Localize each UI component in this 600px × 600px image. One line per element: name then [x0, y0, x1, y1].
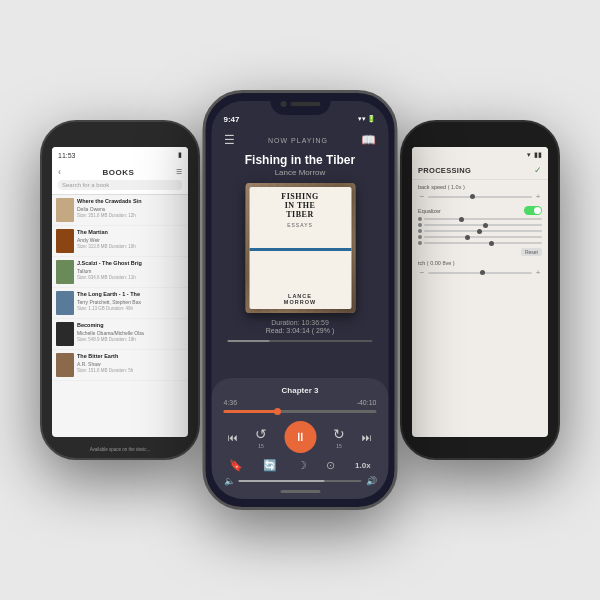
cover-stripe [249, 248, 351, 251]
search-bar[interactable]: Search for a book [58, 180, 182, 190]
repeat-button[interactable]: 🔄 [263, 459, 277, 472]
center-menu-icon[interactable]: ☰ [224, 133, 235, 147]
speed-slider-row: − + [418, 192, 542, 201]
center-book-icon[interactable]: 📖 [361, 133, 376, 147]
center-book-author: Lance Morrow [212, 168, 389, 177]
cover-book-title-text: FISHINGIN THETIBER [281, 193, 318, 219]
list-item[interactable]: Where the Crawdads Sin Delia Owens Size:… [52, 195, 188, 226]
speed-minus-icon[interactable]: − [418, 192, 426, 201]
eq-dot-4 [418, 235, 422, 239]
book-author-4: Terry Pratchett, Stephen Bax [77, 299, 184, 305]
eq-dot-3 [418, 229, 422, 233]
settings-content: back speed ( 1.0x ) − + Equalizer [412, 180, 548, 286]
seek-fill [224, 410, 278, 413]
list-item[interactable]: Becoming Michelle Obama/Michelle Oba Siz… [52, 319, 188, 350]
list-item[interactable]: J.Scalzi - The Ghost Brig Tallum Size: 6… [52, 257, 188, 288]
eq-slider-5 [418, 241, 542, 245]
pitch-slider-thumb [480, 270, 485, 275]
book-author-1: Delia Owens [77, 206, 184, 212]
eq-track-5[interactable] [424, 242, 542, 244]
home-indicator [280, 490, 320, 493]
time-elapsed: 4:36 [224, 399, 238, 406]
fastforward-icon: ⏭ [362, 432, 372, 443]
equalizer-toggle[interactable] [524, 206, 542, 215]
speed-slider-track[interactable] [428, 196, 532, 198]
left-status-bar: 11:53 ▮ [52, 147, 188, 163]
forward15-button[interactable]: ↻ 15 [333, 426, 345, 449]
pause-button[interactable]: ⏸ [284, 421, 316, 453]
check-icon[interactable]: ✓ [534, 165, 542, 175]
pitch-slider-row: − + [418, 268, 542, 277]
eq-slider-2 [418, 223, 542, 227]
book-author-2: Andy Weir [77, 237, 184, 243]
book-info-3: J.Scalzi - The Ghost Brig Tallum Size: 6… [77, 260, 184, 280]
speed-plus-icon[interactable]: + [534, 192, 542, 201]
book-meta-4: Size: 1.13 GB Duration: 49h [77, 306, 184, 311]
back15-button[interactable]: ↺ 15 [255, 426, 267, 449]
fastforward-button[interactable]: ⏭ [362, 432, 372, 443]
repeat-icon: 🔄 [263, 459, 277, 472]
eq-track-1[interactable] [424, 218, 542, 220]
list-item[interactable]: The Bitter Earth A.R. Shaw Size: 151.6 M… [52, 350, 188, 381]
center-cover: FISHINGIN THETIBER ESSAYS LANCEMORROW [245, 183, 355, 313]
right-phone-screen: ▾ ▮▮ PROCESSING ✓ back speed ( 1.0x ) − … [412, 147, 548, 437]
pitch-slider-track[interactable] [428, 272, 532, 274]
eq-track-4[interactable] [424, 236, 542, 238]
speed-label: 1.0x [355, 461, 371, 470]
main-controls: ⏮ ↺ 15 ⏸ ↻ 15 ⏭ [220, 421, 381, 453]
pitch-minus-icon[interactable]: − [418, 268, 426, 277]
book-author-5: Michelle Obama/Michelle Oba [77, 330, 184, 336]
left-status-time: 11:53 [58, 152, 76, 159]
center-progress-bar[interactable] [228, 340, 373, 342]
search-placeholder: Search for a book [62, 182, 109, 188]
book-meta-1: Size: 351.6 MB Duration: 12h [77, 213, 184, 218]
airplay-button[interactable]: ⊙ [326, 459, 335, 472]
list-item[interactable]: The Martian Andy Weir Size: 313.8 MB Dur… [52, 226, 188, 257]
time-remaining: -40:10 [357, 399, 377, 406]
volume-high-icon: 🔊 [366, 476, 377, 486]
right-wifi-icon: ▾ [527, 151, 531, 159]
notch [270, 93, 330, 115]
sleep-button[interactable]: ☽ [297, 459, 307, 472]
book-info-4: The Long Earth - 1 - The Terry Pratchett… [77, 291, 184, 311]
pitch-plus-icon[interactable]: + [534, 268, 542, 277]
eq-track-2[interactable] [424, 224, 542, 226]
reset-row: Reset [418, 248, 542, 256]
eq-track-3[interactable] [424, 230, 542, 232]
book-cover-1 [56, 198, 74, 222]
seek-thumb [274, 408, 281, 415]
forward15-icon: ↻ [333, 426, 345, 442]
rewind-button[interactable]: ⏮ [228, 432, 238, 443]
scene: 11:53 ▮ ‹ BOOKS ☰ Search for a book Wher… [20, 20, 580, 580]
secondary-controls: 🔖 🔄 ☽ ⊙ 1.0x [220, 459, 381, 472]
center-header: ☰ NOW PLAYING 📖 [212, 129, 389, 151]
bookmark-button[interactable]: 🔖 [229, 459, 243, 472]
cover-book-image: FISHINGIN THETIBER ESSAYS LANCEMORROW [249, 187, 351, 309]
pitch-setting-label: tch ( 0.00 8ve ) [418, 260, 542, 266]
eq-dot-2 [418, 223, 422, 227]
center-status-time: 9:47 [224, 115, 240, 124]
reset-button[interactable]: Reset [521, 248, 542, 256]
volume-track[interactable] [239, 480, 362, 482]
book-cover-3 [56, 260, 74, 284]
book-meta-2: Size: 313.8 MB Duration: 10h [77, 244, 184, 249]
eq-thumb-5 [489, 241, 494, 246]
rewind-icon: ⏮ [228, 432, 238, 443]
back-arrow-icon[interactable]: ‹ [58, 167, 61, 177]
volume-low-icon: 🔈 [224, 476, 235, 486]
center-header-title: NOW PLAYING [268, 137, 328, 144]
book-title-2: The Martian [77, 229, 184, 236]
list-item[interactable]: The Long Earth - 1 - The Terry Pratchett… [52, 288, 188, 319]
center-duration: Duration: 10:36:59 [212, 319, 389, 326]
back15-label: 15 [258, 443, 264, 449]
right-battery-icon: ▮▮ [534, 151, 542, 159]
hamburger-icon[interactable]: ☰ [176, 168, 182, 176]
chapter-label: Chapter 3 [220, 386, 381, 395]
speed-slider-thumb [470, 194, 475, 199]
book-cover-5 [56, 322, 74, 346]
book-author-3: Tallum [77, 268, 184, 274]
seek-bar[interactable] [224, 410, 377, 413]
equalizer-section: Equalizer [418, 206, 542, 245]
controls-area: Chapter 3 4:36 -40:10 ⏮ ↺ 15 [212, 378, 389, 499]
speed-button[interactable]: 1.0x [355, 461, 371, 470]
